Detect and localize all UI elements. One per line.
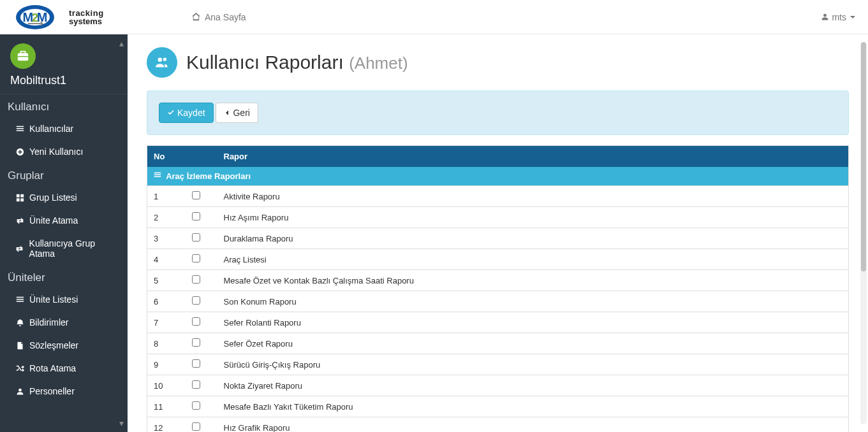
- row-no: 9: [147, 354, 186, 375]
- random-icon: [15, 364, 24, 373]
- sidebar-item-personeller[interactable]: Personeller: [0, 380, 128, 403]
- row-no: 10: [147, 375, 186, 396]
- svg-rect-5: [20, 52, 25, 54]
- nav-section-gruplar: Gruplar: [0, 163, 128, 186]
- section-row: Araç İzleme Raporları: [147, 167, 849, 186]
- logo-text: tracking systems: [69, 9, 104, 25]
- row-name: Hız Grafik Raporu: [217, 417, 849, 433]
- row-name: Aktivite Raporu: [217, 186, 849, 207]
- back-button[interactable]: Geri: [216, 103, 258, 123]
- col-no: No: [147, 146, 186, 168]
- table-row: 10Nokta Ziyaret Raporu: [147, 375, 849, 396]
- plus-circle-icon: [15, 148, 24, 156]
- sidebar-item-unite-atama[interactable]: Ünite Atama: [0, 209, 128, 232]
- sidebar: ▴ Mobiltrust1 Kullanıcı Kullanıcılar Yen…: [0, 34, 128, 432]
- scroll-down-icon[interactable]: ▾: [119, 418, 124, 428]
- row-checkbox[interactable]: [192, 233, 200, 241]
- svg-rect-11: [20, 198, 24, 201]
- table-row: 6Son Konum Raporu: [147, 291, 849, 312]
- main-content: Kullanıcı Raporları (Ahmet) Kaydet Geri …: [128, 34, 868, 432]
- scrollbar-thumb[interactable]: [861, 42, 866, 271]
- reports-table: No Rapor Araç İzleme Raporları 1Aktivite…: [147, 145, 849, 432]
- page-title: Kullanıcı Raporları (Ahmet): [186, 52, 408, 73]
- row-name: Duraklama Raporu: [217, 228, 849, 249]
- th-large-icon: [15, 194, 24, 202]
- nav-home[interactable]: Ana Sayfa: [191, 12, 246, 22]
- sidebar-item-label: Kullanıcıya Grup Atama: [29, 238, 120, 259]
- row-checkbox[interactable]: [192, 296, 200, 305]
- section-title: Araç İzleme Raporları: [166, 171, 251, 181]
- sidebar-item-label: Ünite Atama: [29, 215, 78, 226]
- row-check-cell: [186, 291, 217, 312]
- logo-m2m: M M 2: [13, 3, 64, 31]
- row-name: Mesafe Özet ve Kontak Bazlı Çalışma Saat…: [217, 270, 849, 291]
- scrollbar[interactable]: [860, 42, 867, 424]
- row-no: 3: [147, 228, 186, 249]
- row-name: Nokta Ziyaret Raporu: [217, 375, 849, 396]
- row-no: 6: [147, 291, 186, 312]
- row-checkbox[interactable]: [192, 422, 200, 431]
- svg-rect-6: [18, 56, 29, 57]
- sidebar-item-label: Bildirimler: [29, 317, 68, 328]
- sidebar-item-label: Ünite Listesi: [29, 294, 78, 305]
- svg-rect-8: [16, 194, 19, 197]
- file-icon: [15, 342, 24, 350]
- row-checkbox[interactable]: [192, 191, 200, 199]
- sidebar-item-sozlesmeler[interactable]: Sözleşmeler: [0, 334, 128, 357]
- svg-rect-10: [16, 198, 19, 201]
- table-row: 12Hız Grafik Raporu: [147, 417, 849, 433]
- sidebar-item-rota-atama[interactable]: Rota Atama: [0, 357, 128, 380]
- svg-rect-9: [20, 194, 24, 197]
- row-checkbox[interactable]: [192, 338, 200, 347]
- row-check-cell: [186, 207, 217, 228]
- row-checkbox[interactable]: [192, 254, 200, 263]
- logo-area: M M 2 tracking systems: [0, 3, 140, 31]
- sidebar-item-grup-listesi[interactable]: Grup Listesi: [0, 186, 128, 209]
- table-row: 11Mesafe Bazlı Yakıt Tüketim Raporu: [147, 396, 849, 417]
- sidebar-user-block: Mobiltrust1: [0, 34, 128, 94]
- row-checkbox[interactable]: [192, 275, 200, 284]
- page-subtitle: (Ahmet): [349, 54, 408, 73]
- user-icon: [15, 387, 24, 396]
- list-icon: [154, 171, 161, 181]
- save-button[interactable]: Kaydet: [159, 103, 214, 123]
- account-name: Mobiltrust1: [10, 74, 117, 87]
- row-no: 7: [147, 312, 186, 333]
- sidebar-item-bildirimler[interactable]: Bildirimler: [0, 311, 128, 334]
- back-button-label: Geri: [233, 108, 249, 118]
- row-checkbox[interactable]: [192, 359, 200, 368]
- sidebar-item-unite-listesi[interactable]: Ünite Listesi: [0, 288, 128, 311]
- caret-down-icon: [850, 16, 855, 18]
- logo-sub1: tracking: [69, 9, 104, 17]
- row-checkbox[interactable]: [192, 317, 200, 326]
- nav-home-label: Ana Sayfa: [205, 12, 246, 22]
- table-row: 1Aktivite Raporu: [147, 186, 849, 207]
- row-check-cell: [186, 417, 217, 433]
- row-checkbox[interactable]: [192, 212, 200, 220]
- row-name: Mesafe Bazlı Yakıt Tüketim Raporu: [217, 396, 849, 417]
- col-check: [186, 146, 217, 168]
- row-name: Sefer Özet Raporu: [217, 333, 849, 354]
- scroll-up-icon[interactable]: ▴: [119, 38, 124, 48]
- row-check-cell: [186, 228, 217, 249]
- home-icon: [191, 12, 201, 22]
- sidebar-item-kullanicilar[interactable]: Kullanıcılar: [0, 117, 128, 140]
- row-name: Son Konum Raporu: [217, 291, 849, 312]
- table-row: 4Araç Listesi: [147, 249, 849, 270]
- row-name: Hız Aşımı Raporu: [217, 207, 849, 228]
- sidebar-item-yeni-kullanici[interactable]: Yeni Kullanıcı: [0, 140, 128, 163]
- retweet-icon: [15, 217, 24, 225]
- row-checkbox[interactable]: [192, 401, 200, 410]
- user-menu[interactable]: mts: [821, 12, 855, 22]
- sidebar-item-label: Rota Atama: [29, 363, 76, 373]
- list-icon: [15, 125, 24, 133]
- topbar: M M 2 tracking systems Ana Sayfa mts: [0, 0, 868, 34]
- table-row: 3Duraklama Raporu: [147, 228, 849, 249]
- sidebar-item-kullaniciya-grup-atama[interactable]: Kullanıcıya Grup Atama: [0, 232, 128, 265]
- row-check-cell: [186, 396, 217, 417]
- page-header: Kullanıcı Raporları (Ahmet): [147, 47, 849, 78]
- row-checkbox[interactable]: [192, 380, 200, 389]
- table-row: 7Sefer Rolanti Raporu: [147, 312, 849, 333]
- table-row: 9Sürücü Giriş-Çıkış Raporu: [147, 354, 849, 375]
- user-icon: [821, 13, 829, 21]
